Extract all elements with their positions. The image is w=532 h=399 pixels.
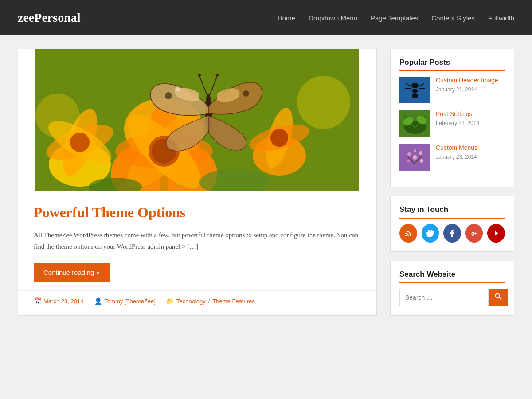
popular-post-thumb-3 — [399, 144, 430, 171]
post-excerpt: All ThemeZee WordPress themes come with … — [34, 230, 361, 252]
site-header: zeePersonal Home Dropdown Menu Page Temp… — [0, 0, 532, 35]
nav-content-styles[interactable]: Content Styles — [431, 14, 475, 22]
svg-point-32 — [412, 93, 418, 98]
page-wrapper: Powerful Theme Options All ThemeZee Word… — [9, 49, 523, 316]
svg-point-42 — [413, 155, 417, 160]
post-category2[interactable]: Theme Features — [212, 298, 254, 305]
post-date-meta: 📅 March 28, 2014 — [34, 297, 83, 305]
search-widget: Search Website — [390, 261, 514, 316]
nav-home[interactable]: Home — [278, 14, 295, 22]
svg-point-21 — [297, 76, 350, 129]
popular-post-item: Custom Header Image January 21, 2014 — [399, 77, 505, 103]
post-author[interactable]: Tommy [ThemeZee] — [104, 298, 156, 305]
main-content: Powerful Theme Options All ThemeZee Word… — [18, 49, 377, 316]
popular-post-title-2[interactable]: Post Settings — [436, 110, 479, 117]
popular-post-item: Post Settings February 28, 2014 — [399, 110, 505, 137]
svg-point-54 — [496, 294, 500, 298]
popular-post-date-1: January 21, 2014 — [436, 86, 477, 93]
svg-point-14 — [70, 133, 90, 152]
popular-posts-title: Popular Posts — [399, 58, 505, 71]
svg-point-47 — [414, 149, 416, 152]
svg-point-24 — [165, 92, 172, 99]
popular-post-item: Custom Menus January 23, 2014 — [399, 144, 505, 171]
sidebar: Popular Posts — [390, 49, 514, 316]
popular-post-date-2: February 28, 2014 — [436, 120, 479, 126]
svg-point-25 — [175, 87, 180, 91]
svg-text:g+: g+ — [471, 231, 477, 236]
calendar-icon: 📅 — [34, 297, 41, 305]
svg-point-26 — [243, 90, 249, 97]
search-input[interactable] — [399, 289, 489, 306]
popular-post-info-3: Custom Menus January 23, 2014 — [436, 144, 477, 160]
google-plus-icon[interactable]: g+ — [466, 224, 483, 243]
svg-point-45 — [407, 160, 410, 162]
svg-marker-53 — [495, 231, 498, 235]
main-navigation: Home Dropdown Menu Page Templates Conten… — [278, 14, 514, 22]
facebook-icon[interactable] — [443, 224, 461, 243]
svg-point-43 — [407, 152, 411, 156]
svg-point-27 — [198, 74, 201, 76]
post-date[interactable]: March 28, 2014 — [43, 298, 83, 305]
post-category-meta: 📁 Technology / Theme Features — [167, 297, 255, 305]
svg-point-30 — [411, 83, 419, 88]
popular-post-info-2: Post Settings February 28, 2014 — [436, 110, 479, 127]
nav-fullwidth[interactable]: Fullwidth — [488, 14, 514, 22]
post-category1[interactable]: Technology — [176, 298, 206, 305]
social-icons-row: g+ — [399, 224, 505, 243]
category-icon: 📁 — [167, 297, 174, 305]
post-author-meta: 👤 Tommy [ThemeZee] — [94, 297, 156, 305]
search-row — [399, 289, 505, 306]
author-icon: 👤 — [94, 297, 102, 305]
svg-point-18 — [270, 129, 288, 147]
twitter-icon[interactable] — [422, 224, 439, 243]
search-button[interactable] — [489, 289, 508, 306]
nav-dropdown-menu[interactable]: Dropdown Menu — [309, 14, 357, 22]
svg-point-28 — [216, 74, 219, 76]
svg-point-44 — [419, 151, 422, 155]
popular-post-date-3: January 23, 2014 — [436, 154, 477, 160]
youtube-icon[interactable] — [487, 224, 505, 243]
featured-image — [18, 49, 376, 191]
nav-page-templates[interactable]: Page Templates — [371, 14, 418, 22]
post-title: Powerful Theme Options — [34, 204, 361, 221]
stay-in-touch-widget: Stay in Touch g+ — [390, 196, 514, 252]
popular-post-title-1[interactable]: Custom Header Image — [436, 77, 498, 84]
category-separator: / — [208, 298, 210, 305]
rss-icon[interactable] — [399, 224, 417, 243]
popular-post-thumb-2 — [399, 110, 430, 137]
svg-point-31 — [412, 89, 418, 93]
svg-line-55 — [499, 297, 502, 300]
continue-reading-button[interactable]: Continue reading » — [34, 263, 110, 282]
svg-point-51 — [405, 235, 407, 236]
svg-point-22 — [35, 94, 80, 138]
stay-in-touch-title: Stay in Touch — [399, 205, 505, 219]
svg-point-46 — [420, 159, 423, 163]
post-meta: 📅 March 28, 2014 👤 Tommy [ThemeZee] 📁 Te… — [18, 290, 376, 311]
search-widget-title: Search Website — [399, 270, 505, 283]
site-logo[interactable]: zeePersonal — [18, 11, 81, 25]
popular-post-thumb-1 — [399, 77, 430, 103]
post-body: Powerful Theme Options All ThemeZee Word… — [18, 191, 376, 290]
popular-posts-widget: Popular Posts — [390, 49, 514, 187]
popular-post-title-3[interactable]: Custom Menus — [436, 144, 477, 151]
popular-post-info-1: Custom Header Image January 21, 2014 — [436, 77, 498, 93]
